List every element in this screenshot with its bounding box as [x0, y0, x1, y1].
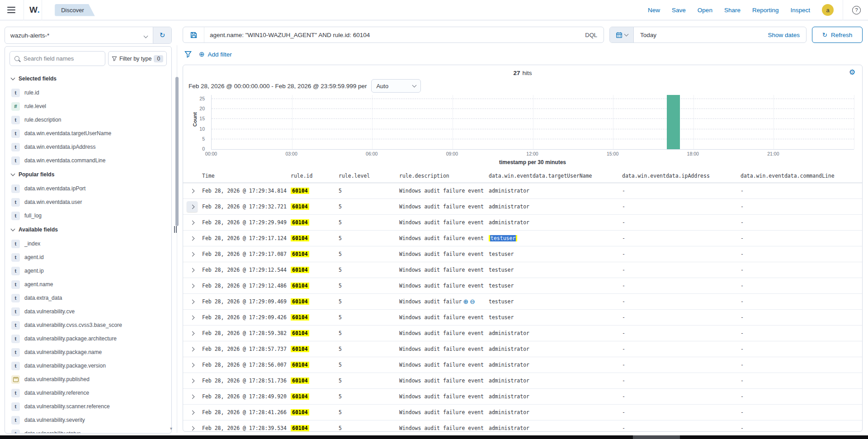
chevron-right-icon	[190, 363, 194, 367]
expand-row-button[interactable]	[187, 280, 198, 291]
expand-row-button[interactable]	[187, 312, 198, 323]
field-data.win.eventdata.commandLine[interactable]: tdata.win.eventdata.commandLine	[9, 154, 167, 167]
expand-row-button[interactable]	[187, 359, 198, 370]
field-data.vulnerability.cve[interactable]: tdata.vulnerability.cve	[9, 305, 167, 318]
field-_index[interactable]: t_index	[9, 237, 167, 250]
expand-row-button[interactable]	[187, 407, 198, 418]
show-dates-button[interactable]: Show dates	[761, 32, 806, 38]
expand-row-button[interactable]	[187, 391, 198, 402]
expand-row-button[interactable]	[187, 217, 198, 228]
breadcrumb-discover[interactable]: Discover	[55, 4, 95, 16]
field-data.vulnerability.severity[interactable]: tdata.vulnerability.severity	[9, 413, 167, 427]
field-name: rule.description	[24, 117, 61, 123]
cell-ip-address: -	[622, 393, 741, 400]
field-agent.name[interactable]: tagent.name	[9, 278, 167, 291]
field-agent.ip[interactable]: tagent.ip	[9, 264, 167, 278]
field-data.vulnerability.package.architecture[interactable]: tdata.vulnerability.package.architecture	[9, 332, 167, 345]
expand-row-button[interactable]	[187, 423, 198, 432]
column-header-rule.level[interactable]: rule.level	[339, 173, 399, 179]
nav-link-reporting[interactable]: Reporting	[752, 7, 779, 14]
field-rule.level[interactable]: #rule.level	[9, 99, 167, 113]
filter-by-type-button[interactable]: Filter by type 0	[108, 51, 167, 66]
column-header-rule.description[interactable]: rule.description	[399, 173, 489, 179]
field-data.vulnerability.package.version[interactable]: tdata.vulnerability.package.version	[9, 359, 167, 373]
field-name: _index	[24, 241, 40, 247]
field-rule.id[interactable]: trule.id	[9, 86, 167, 99]
expand-row-button[interactable]	[187, 344, 198, 354]
nav-link-inspect[interactable]: Inspect	[790, 7, 810, 14]
nav-link-save[interactable]: Save	[672, 7, 686, 14]
section-header-selected-fields[interactable]: Selected fields	[9, 71, 167, 86]
field-data.win.eventdata.user[interactable]: tdata.win.eventdata.user	[9, 195, 167, 209]
string-type-icon: t	[11, 129, 20, 138]
field-data.vulnerability.published[interactable]: data.vulnerability.published	[9, 373, 167, 386]
field-data.win.eventdata.ipPort[interactable]: tdata.win.eventdata.ipPort	[9, 182, 167, 195]
field-agent.id[interactable]: tagent.id	[9, 250, 167, 264]
avatar[interactable]: a	[822, 4, 834, 16]
index-refresh-button[interactable]: ↻	[153, 27, 171, 43]
query-input[interactable]: agent.name: "WIN10-WAZUH_AGENT" AND rule…	[204, 32, 579, 38]
field-data.vulnerability.status[interactable]: tdata.vulnerability.status	[9, 427, 167, 434]
field-name: data.vulnerability.package.architecture	[24, 335, 117, 342]
section-header-available-fields[interactable]: Available fields	[9, 222, 167, 237]
y-tick-label: 5	[202, 136, 205, 142]
search-field-names-input[interactable]: Search field names	[9, 51, 105, 66]
filter-icon[interactable]	[184, 51, 192, 58]
filter-for-value-icon[interactable]: ⊕	[463, 298, 468, 305]
field-data.win.eventdata.targetUserName[interactable]: tdata.win.eventdata.targetUserName	[9, 127, 167, 140]
saved-query-icon[interactable]	[183, 27, 204, 42]
expand-cell	[187, 359, 202, 370]
menu-icon[interactable]	[5, 4, 18, 16]
column-header-data.win.eventdata.ipAddress[interactable]: data.win.eventdata.ipAddress	[622, 173, 741, 179]
column-header-data.win.eventdata.targetUserName[interactable]: data.win.eventdata.targetUserName	[489, 173, 622, 179]
column-header-data.win.eventdata.commandLine[interactable]: data.win.eventdata.commandLine	[741, 173, 862, 179]
refresh-button[interactable]: ↻ Refresh	[812, 27, 863, 43]
nav-link-new[interactable]: New	[648, 7, 660, 14]
field-name: data.vulnerability.severity	[24, 417, 85, 423]
field-data.win.eventdata.ipAddress[interactable]: tdata.win.eventdata.ipAddress	[9, 140, 167, 154]
field-name: rule.id	[24, 90, 39, 96]
nav-link-share[interactable]: Share	[724, 7, 741, 14]
field-rule.description[interactable]: trule.description	[9, 113, 167, 127]
field-data.vulnerability.scanner.reference[interactable]: tdata.vulnerability.scanner.reference	[9, 400, 167, 413]
filter-out-value-icon[interactable]: ⊖	[470, 298, 475, 305]
query-language-button[interactable]: DQL	[579, 32, 604, 38]
gear-icon[interactable]: ⚙	[849, 69, 855, 76]
rule-description-text: Windows audit failure event	[399, 330, 484, 336]
expand-row-button[interactable]	[187, 233, 198, 244]
bottom-bar	[0, 435, 868, 439]
add-filter-button[interactable]: ⊕ Add filter	[199, 50, 232, 58]
expand-row-button[interactable]	[187, 328, 198, 339]
field-name: agent.name	[24, 281, 53, 288]
field-data.vulnerability.reference[interactable]: tdata.vulnerability.reference	[9, 386, 167, 400]
y-tick-label: 25	[199, 96, 205, 101]
expand-row-button[interactable]	[187, 264, 198, 275]
date-range-label[interactable]: Today	[634, 32, 761, 38]
wazuh-logo[interactable]: W.	[29, 5, 40, 15]
cell-rule-level: 5	[339, 219, 399, 226]
expand-row-button[interactable]	[187, 375, 198, 386]
date-quick-select-button[interactable]	[610, 27, 634, 42]
field-data.vulnerability.package.name[interactable]: tdata.vulnerability.package.name	[9, 345, 167, 359]
sidebar-scrollbar-thumb[interactable]	[175, 77, 179, 226]
chevron-right-icon	[190, 394, 194, 399]
interval-select[interactable]: Auto	[371, 79, 421, 93]
histogram-bar[interactable]	[667, 95, 680, 149]
nav-link-open[interactable]: Open	[698, 7, 712, 14]
expand-row-button[interactable]	[187, 185, 198, 196]
panel-resize-handle[interactable]	[174, 226, 177, 233]
chevron-down-icon	[624, 32, 628, 37]
index-pattern-selector[interactable]: wazuh-alerts-* ↻	[5, 27, 172, 44]
expand-row-button[interactable]	[187, 249, 198, 260]
scrollbar-down-arrow[interactable]: ▾	[170, 426, 172, 431]
help-icon[interactable]: ?	[852, 6, 861, 14]
section-header-popular-fields[interactable]: Popular fields	[9, 167, 167, 182]
field-data.vulnerability.cvss.cvss3.base_score[interactable]: tdata.vulnerability.cvss.cvss3.base_scor…	[9, 318, 167, 332]
column-header-rule.id[interactable]: rule.id	[291, 173, 339, 179]
field-data.extra_data[interactable]: tdata.extra_data	[9, 291, 167, 305]
expand-row-button[interactable]	[187, 296, 198, 307]
field-full_log[interactable]: tfull_log	[9, 209, 167, 222]
column-header-Time[interactable]: Time	[202, 173, 291, 179]
expand-row-button[interactable]	[187, 201, 198, 212]
string-type-icon: t	[11, 89, 20, 97]
